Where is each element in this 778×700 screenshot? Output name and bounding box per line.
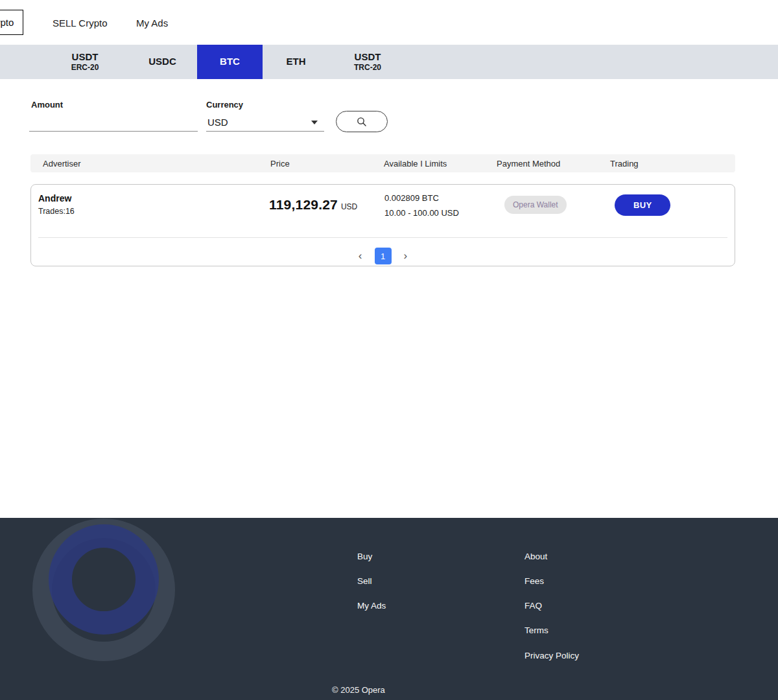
payment-method-cell: Opera Wallet — [504, 193, 615, 229]
buy-crypto-tab[interactable]: ypto — [0, 10, 23, 35]
limits-range: 10.00 - 100.00 USD — [384, 208, 504, 218]
amount-label: Amount — [31, 100, 63, 110]
copyright-text: © 2025 Opera — [332, 685, 385, 695]
header-advertiser: Advertiser — [43, 159, 270, 169]
tab-label: USDT — [72, 51, 99, 64]
chevron-down-icon — [311, 121, 318, 124]
price-currency: USD — [341, 202, 357, 211]
pagination: ‹ 1 › — [31, 238, 735, 274]
footer-link-sell[interactable]: Sell — [357, 576, 372, 586]
advertiser-cell[interactable]: Andrew Trades:16 — [38, 193, 269, 229]
previous-page-icon[interactable]: ‹ — [355, 248, 366, 264]
tab-usdt-trc20[interactable]: USDT TRC-20 — [329, 45, 406, 79]
footer-link-privacy-policy[interactable]: Privacy Policy — [525, 651, 579, 660]
tab-btc[interactable]: BTC — [197, 45, 263, 79]
search-icon — [356, 116, 368, 128]
coin-tabbar: USDT ERC-20 USDC BTC ETH USDT TRC-20 — [0, 45, 778, 79]
sell-crypto-tab[interactable]: SELL Crypto — [53, 18, 108, 29]
buy-crypto-label: ypto — [0, 17, 14, 28]
tab-label: USDT — [355, 51, 381, 64]
header-available-limits: Available I Limits — [384, 159, 497, 169]
price-value: 119,129.27 — [269, 197, 338, 213]
available-limits-cell: 0.002809 BTC 10.00 - 100.00 USD — [384, 193, 504, 229]
table-row: Andrew Trades:16 119,129.27 USD 0.002809… — [31, 185, 735, 229]
buy-button[interactable]: BUY — [615, 194, 670, 216]
available-amount: 0.002809 BTC — [384, 193, 504, 203]
tab-label: BTC — [220, 56, 240, 68]
tab-label: ETH — [287, 56, 306, 68]
tab-sublabel: TRC-20 — [354, 63, 381, 73]
price-cell: 119,129.27 USD — [269, 197, 384, 229]
footer-link-terms[interactable]: Terms — [525, 625, 548, 635]
footer-link-fees[interactable]: Fees — [525, 576, 544, 586]
offers-card: Andrew Trades:16 119,129.27 USD 0.002809… — [30, 184, 735, 266]
currency-label: Currency — [206, 100, 243, 110]
my-ads-tab[interactable]: My Ads — [136, 18, 168, 29]
top-nav: ypto SELL Crypto My Ads — [0, 0, 778, 45]
footer-link-faq[interactable]: FAQ — [525, 601, 542, 611]
currency-dropdown[interactable]: USD — [206, 113, 324, 132]
opera-logo-ring-icon — [49, 524, 159, 635]
header-payment-method: Payment Method — [497, 159, 610, 169]
tab-usdt-erc20[interactable]: USDT ERC-20 — [42, 45, 128, 79]
header-price: Price — [270, 159, 384, 169]
offers-table-header: Advertiser Price Available I Limits Paym… — [30, 154, 735, 172]
amount-input[interactable] — [29, 113, 198, 132]
tab-sublabel: ERC-20 — [71, 63, 99, 73]
search-button[interactable] — [336, 111, 388, 132]
next-page-icon[interactable]: › — [400, 248, 412, 264]
tab-label: USDC — [148, 56, 176, 68]
header-trading: Trading — [610, 159, 735, 169]
footer-link-buy[interactable]: Buy — [357, 552, 372, 561]
trading-cell: BUY — [615, 193, 735, 229]
advertiser-name: Andrew — [38, 193, 269, 204]
footer-link-about[interactable]: About — [525, 552, 547, 561]
footer: Buy Sell My Ads About Fees FAQ Terms Pri… — [0, 518, 778, 700]
currency-value: USD — [206, 117, 228, 128]
tab-eth[interactable]: ETH — [263, 45, 329, 79]
advertiser-trades: Trades:16 — [38, 207, 269, 216]
footer-link-my-ads[interactable]: My Ads — [357, 601, 386, 611]
page-number[interactable]: 1 — [375, 248, 392, 264]
payment-method-chip: Opera Wallet — [504, 196, 567, 214]
tab-usdc[interactable]: USDC — [128, 45, 197, 79]
